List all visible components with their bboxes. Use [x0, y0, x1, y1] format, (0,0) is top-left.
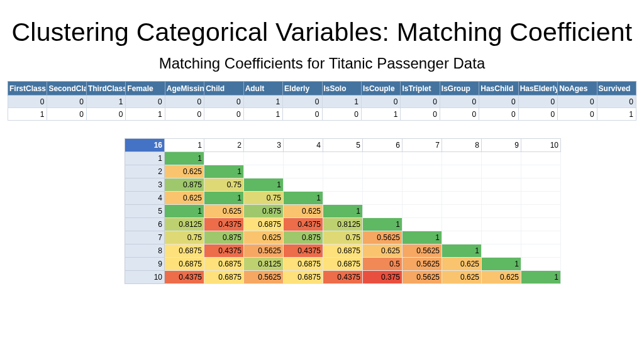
matrix-cell: 0.6875 — [165, 244, 204, 258]
table-cell: 1 — [8, 108, 47, 121]
matrix-cell — [402, 218, 442, 231]
matrix-cell: 0.6875 — [204, 271, 244, 284]
table-cell: 0 — [558, 108, 597, 121]
matrix-cell — [442, 178, 482, 192]
matrix-cell: 0.6875 — [323, 258, 363, 271]
matrix-row: 100.43750.68750.56250.68750.43750.3750.5… — [125, 271, 561, 284]
matrix-cell: 0.875 — [284, 231, 323, 244]
matrix-cell: 0.4375 — [204, 244, 244, 258]
matrix-cell — [442, 231, 482, 244]
matrix-cell — [521, 205, 561, 218]
matrix-cell — [363, 192, 402, 205]
matrix-row-header: 10 — [125, 271, 165, 284]
table-cell: 1 — [243, 96, 282, 108]
matrix-col-header: 7 — [402, 139, 442, 152]
matrix-row: 11 — [125, 152, 561, 165]
matrix-cell: 1 — [165, 152, 204, 165]
matrix-cell: 0.875 — [244, 205, 284, 218]
matrix-cell: 1 — [244, 178, 284, 192]
matrix-cell — [442, 205, 482, 218]
table-cell: 0 — [165, 96, 204, 108]
matrix-cell: 1 — [165, 205, 204, 218]
table-cell: 0 — [165, 108, 204, 121]
slide: Clustering Categorical Variables: Matchi… — [0, 0, 644, 362]
matrix-row-header: 2 — [125, 165, 165, 178]
matrix-cell — [363, 205, 402, 218]
matrix-cell: 0.625 — [482, 271, 521, 284]
table-cell: 0 — [322, 108, 361, 121]
matrix-cell — [402, 192, 442, 205]
matrix-cell: 0.4375 — [284, 244, 323, 258]
column-header: HasElderly — [518, 82, 557, 96]
matrix-head: 1612345678910 — [125, 139, 561, 152]
matrix-cell: 0.625 — [165, 192, 204, 205]
table-cell: 0 — [86, 108, 125, 121]
matrix-cell: 0.6875 — [165, 258, 204, 271]
column-header: IsCouple — [361, 82, 400, 96]
column-header: Female — [126, 82, 165, 96]
matrix-cell — [482, 244, 521, 258]
table-cell: 1 — [597, 108, 636, 121]
matrix-cell: 1 — [521, 271, 561, 284]
matrix-cell: 0.5625 — [244, 271, 284, 284]
matrix-cell — [442, 218, 482, 231]
matrix-cell — [244, 152, 284, 165]
column-header: AgeMissing — [165, 82, 204, 96]
matrix-cell: 0.5625 — [363, 231, 402, 244]
matrix-col-header: 6 — [363, 139, 402, 152]
matrix-cell: 0.75 — [165, 231, 204, 244]
table-cell: 0 — [361, 96, 400, 108]
matrix-cell: 1 — [363, 218, 402, 231]
table-header-row: FirstClassSecondClassThirdClassFemaleAge… — [8, 82, 636, 96]
matrix-cell: 1 — [323, 205, 363, 218]
table-cell: 0 — [204, 108, 243, 121]
matrix-cell — [323, 192, 363, 205]
matrix-cell: 1 — [204, 192, 244, 205]
column-header: Survived — [597, 82, 636, 96]
matrix-cell: 0.625 — [284, 205, 323, 218]
page-title: Clustering Categorical Variables: Matchi… — [4, 18, 640, 47]
matrix-cell: 0.75 — [204, 178, 244, 192]
table-cell: 0 — [204, 96, 243, 108]
matrix-cell: 1 — [402, 231, 442, 244]
matrix-cell: 0.5625 — [402, 244, 442, 258]
page-subtitle: Matching Coefficients for Titanic Passen… — [4, 55, 640, 72]
matrix-col-header: 8 — [442, 139, 482, 152]
matrix-cell: 0.75 — [323, 231, 363, 244]
table-cell: 0 — [47, 108, 86, 121]
matrix-cell — [482, 218, 521, 231]
matrix-row-header: 9 — [125, 258, 165, 271]
matrix-cell — [482, 178, 521, 192]
matrix-cell: 0.625 — [363, 244, 402, 258]
matrix-cell — [323, 178, 363, 192]
matrix-cell — [521, 178, 561, 192]
table-row: 0010001010000000 — [8, 96, 636, 108]
matrix-cell: 0.875 — [204, 231, 244, 244]
matrix-cell: 1 — [284, 192, 323, 205]
matrix-wrap: 1612345678910 1120.625130.8750.75140.625… — [125, 138, 527, 284]
matrix-row: 510.6250.8750.6251 — [125, 205, 561, 218]
matrix-cell: 0.625 — [442, 258, 482, 271]
matrix-cell: 1 — [442, 244, 482, 258]
matrix-cell — [363, 165, 402, 178]
matrix-cell — [482, 205, 521, 218]
matrix-cell — [204, 152, 244, 165]
matrix-cell: 0.8125 — [244, 258, 284, 271]
table-cell: 0 — [283, 96, 322, 108]
table-cell: 1 — [243, 108, 282, 121]
matrix-cell — [284, 152, 323, 165]
table-cell: 0 — [518, 108, 557, 121]
matrix-cell — [482, 231, 521, 244]
column-header: IsTriplet — [401, 82, 440, 96]
matching-coefficient-matrix: 1612345678910 1120.625130.8750.75140.625… — [125, 138, 561, 284]
matrix-col-header: 3 — [244, 139, 284, 152]
table-cell: 1 — [322, 96, 361, 108]
matrix-cell — [521, 231, 561, 244]
sample-table: FirstClassSecondClassThirdClassFemaleAge… — [8, 81, 636, 121]
table-cell: 0 — [126, 96, 165, 108]
matrix-cell — [521, 218, 561, 231]
matrix-cell — [244, 165, 284, 178]
matrix-cell: 0.5625 — [402, 258, 442, 271]
table-cell: 0 — [8, 96, 47, 108]
matrix-cell — [402, 165, 442, 178]
